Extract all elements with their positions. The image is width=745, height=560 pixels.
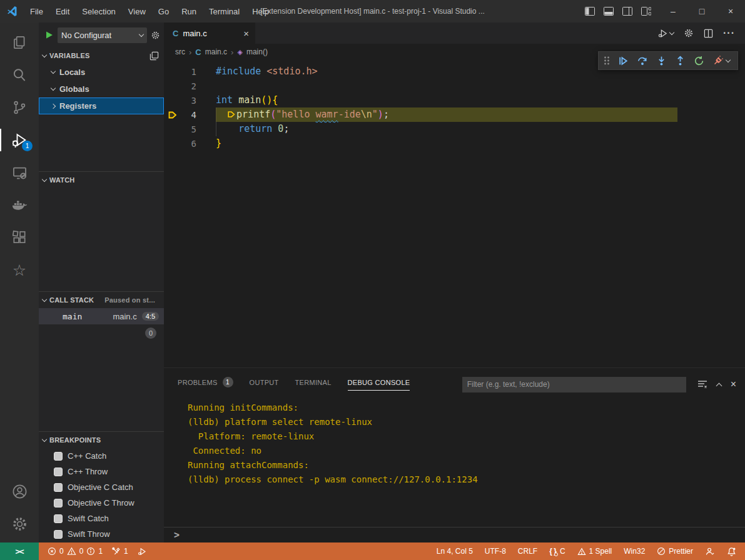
encoding[interactable]: UTF-8 <box>485 547 506 556</box>
checkbox[interactable] <box>54 514 63 523</box>
close-window-button[interactable]: × <box>716 0 745 22</box>
line-number[interactable]: 3 <box>178 96 196 106</box>
breakpoint-swift-throw[interactable]: Swift Throw <box>39 526 164 542</box>
continue-icon[interactable] <box>618 56 629 66</box>
breadcrumb-separator: › <box>231 48 233 57</box>
menu-run[interactable]: Run <box>175 0 203 22</box>
close-panel-icon[interactable]: × <box>731 379 736 390</box>
language-mode[interactable]: { } C <box>549 547 565 556</box>
menu-go[interactable]: Go <box>152 0 175 22</box>
disconnect-icon[interactable] <box>712 56 730 66</box>
editor-group: C main.c × ··· src › C m <box>164 22 745 542</box>
line-number[interactable]: 2 <box>178 81 196 91</box>
menu-terminal[interactable]: Terminal <box>203 0 246 22</box>
variables-header[interactable]: VARIABLES <box>39 48 164 64</box>
menu-file[interactable]: File <box>24 0 49 22</box>
platform-target[interactable]: Win32 <box>624 547 645 556</box>
close-tab-icon[interactable]: × <box>243 28 249 39</box>
menu-view[interactable]: View <box>122 0 152 22</box>
accounts-icon[interactable] <box>0 475 39 508</box>
cursor-position[interactable]: Ln 4, Col 5 <box>437 547 473 556</box>
tools-status[interactable]: 1 <box>111 547 128 556</box>
debug-config-dropdown[interactable]: No Configurat <box>58 28 147 43</box>
maximize-button[interactable]: □ <box>687 0 716 22</box>
tab-output[interactable]: OUTPUT <box>250 379 279 391</box>
call-stack-status: Paused on st... <box>104 296 155 304</box>
toggle-secondary-sidebar-icon[interactable] <box>622 7 632 16</box>
tab-debug-console[interactable]: DEBUG CONSOLE <box>348 379 410 391</box>
disabled-circle-icon <box>657 547 666 556</box>
menu-selection[interactable]: Selection <box>76 0 121 22</box>
menu-edit[interactable]: Edit <box>49 0 76 22</box>
search-icon[interactable] <box>0 59 39 91</box>
line-number[interactable]: 6 <box>178 139 196 149</box>
run-or-debug-icon[interactable] <box>657 28 674 39</box>
feedback-person-icon[interactable] <box>705 547 715 556</box>
breakpoint-objc-catch[interactable]: Objective C Catch <box>39 479 164 495</box>
variables-item-registers[interactable]: Registers <box>39 98 164 114</box>
breakpoint-objc-throw[interactable]: Objective C Throw <box>39 495 164 511</box>
breakpoint-swift-catch[interactable]: Swift Catch <box>39 511 164 526</box>
debug-console-input[interactable]: > <box>164 527 745 542</box>
toggle-sidebar-icon[interactable] <box>585 7 595 16</box>
code-line-5: 5 return 0; <box>164 122 745 136</box>
code-editor[interactable]: 1 #include <stdio.h> 2 3 int main(){ 4 p… <box>164 60 745 368</box>
checkbox[interactable] <box>54 499 63 508</box>
launch-config-gear-icon[interactable] <box>151 31 160 40</box>
problems-status[interactable]: 0 0 1 <box>48 547 103 556</box>
source-control-icon[interactable] <box>0 91 39 124</box>
prompt-chevron-icon: > <box>174 529 180 541</box>
line-number[interactable]: 4 <box>178 110 196 120</box>
remote-explorer-icon[interactable] <box>0 156 39 189</box>
formatter-status[interactable]: Prettier <box>657 547 693 556</box>
explorer-icon[interactable] <box>0 26 39 59</box>
session-badge: 0 <box>145 328 156 339</box>
console-filter-input[interactable] <box>462 377 686 392</box>
breakpoint-cpp-throw[interactable]: C++ Throw <box>39 464 164 479</box>
toggle-panel-icon[interactable] <box>604 7 614 16</box>
tab-terminal[interactable]: TERMINAL <box>295 379 332 391</box>
checkbox[interactable] <box>54 530 63 539</box>
watch-header[interactable]: WATCH <box>39 172 164 188</box>
line-number[interactable]: 1 <box>178 67 196 77</box>
maximize-panel-icon[interactable] <box>716 382 722 389</box>
customize-layout-icon[interactable] <box>641 7 651 16</box>
minimize-button[interactable]: – <box>659 0 687 22</box>
variables-item-locals[interactable]: Locals <box>39 64 164 81</box>
debug-session-status[interactable] <box>137 547 147 556</box>
variables-item-globals[interactable]: Globals <box>39 81 164 98</box>
collapse-all-icon[interactable] <box>150 51 159 61</box>
breakpoints-header[interactable]: BREAKPOINTS <box>39 432 164 448</box>
settings-gear-icon[interactable] <box>0 508 39 540</box>
editor-settings-gear-icon[interactable] <box>684 28 694 38</box>
extensions-icon[interactable] <box>0 221 39 254</box>
notifications-bell-icon[interactable] <box>727 547 736 556</box>
restart-icon[interactable] <box>694 56 704 66</box>
tab-main-c[interactable]: C main.c × <box>164 22 255 44</box>
frame-position-badge: 4:5 <box>142 312 159 321</box>
debug-stackframe-arrow-icon[interactable] <box>168 110 178 120</box>
checkbox[interactable] <box>54 452 63 461</box>
clear-console-icon[interactable] <box>697 380 707 389</box>
line-number[interactable]: 5 <box>178 124 196 134</box>
checkbox[interactable] <box>54 468 63 476</box>
step-out-icon[interactable] <box>675 56 686 66</box>
call-stack-header[interactable]: CALL STACK Paused on st... <box>39 292 164 308</box>
toolbar-drag-grip[interactable] <box>604 56 610 65</box>
favorites-star-icon[interactable]: ☆ <box>0 254 39 286</box>
step-over-icon[interactable] <box>637 56 648 66</box>
split-editor-icon[interactable] <box>704 29 713 38</box>
eol-sequence[interactable]: CRLF <box>518 547 537 556</box>
more-actions-icon[interactable]: ··· <box>723 28 735 39</box>
remote-indicator[interactable]: >< <box>0 542 39 560</box>
chevron-down-icon <box>42 52 47 57</box>
spell-checker-status[interactable]: 1 Spell <box>577 547 612 556</box>
checkbox[interactable] <box>54 483 63 492</box>
step-into-icon[interactable] <box>656 56 667 66</box>
tab-problems[interactable]: PROBLEMS 1 <box>178 377 233 392</box>
run-and-debug-icon[interactable]: 1 <box>0 124 39 156</box>
start-debug-icon[interactable] <box>45 31 54 39</box>
breakpoint-cpp-catch[interactable]: C++ Catch <box>39 448 164 464</box>
stack-frame-row[interactable]: main main.c 4:5 <box>39 308 164 324</box>
docker-icon[interactable] <box>0 189 39 221</box>
